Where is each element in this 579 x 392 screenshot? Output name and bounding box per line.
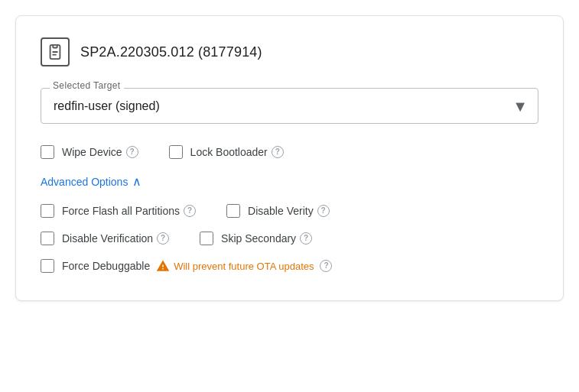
advanced-row-3: Force Debuggable Will prevent future OTA…: [41, 259, 538, 273]
advanced-options-toggle[interactable]: Advanced Options ∧: [41, 174, 538, 189]
disable-verity-label[interactable]: Disable Verity ?: [248, 205, 330, 217]
wipe-device-help-icon[interactable]: ?: [126, 146, 138, 158]
target-select-container: Selected Target redfin-user (signed) red…: [41, 88, 538, 124]
advanced-options-chevron: ∧: [132, 174, 141, 189]
header: SP2A.220305.012 (8177914): [41, 37, 538, 66]
disable-verification-checkbox[interactable]: [41, 232, 54, 245]
force-debuggable-help-icon[interactable]: ?: [320, 260, 332, 272]
main-checkboxes-row: Wipe Device ? Lock Bootloader ?: [41, 145, 538, 159]
disable-verification-help-icon[interactable]: ?: [157, 232, 169, 245]
force-flash-label[interactable]: Force Flash all Partitions ?: [62, 205, 196, 217]
disable-verity-checkbox[interactable]: [226, 204, 240, 218]
force-debuggable-label[interactable]: Force Debuggable Will prevent future OTA…: [62, 259, 332, 273]
svg-rect-0: [53, 45, 57, 48]
force-flash-help-icon[interactable]: ?: [184, 205, 196, 217]
disable-verification-label[interactable]: Disable Verification ?: [62, 232, 169, 245]
target-select[interactable]: redfin-user (signed) redfin-userdebug (s…: [41, 88, 538, 124]
skip-secondary-label[interactable]: Skip Secondary ?: [221, 232, 312, 245]
clipboard-icon: [41, 37, 70, 66]
ota-warning: Will prevent future OTA updates: [156, 259, 314, 273]
page-title: SP2A.220305.012 (8177914): [80, 44, 262, 60]
advanced-row-2: Disable Verification ? Skip Secondary ?: [41, 232, 538, 245]
disable-verification-checkbox-item: Disable Verification ?: [41, 232, 169, 245]
advanced-options-section: Force Flash all Partitions ? Disable Ver…: [41, 204, 538, 273]
lock-bootloader-help-icon[interactable]: ?: [272, 146, 284, 158]
force-flash-checkbox-item: Force Flash all Partitions ?: [41, 204, 196, 218]
wipe-device-label[interactable]: Wipe Device ?: [62, 146, 138, 158]
main-card: SP2A.220305.012 (8177914) Selected Targe…: [15, 15, 564, 301]
ota-warning-text: Will prevent future OTA updates: [174, 261, 314, 272]
force-flash-checkbox[interactable]: [41, 204, 54, 218]
force-debuggable-checkbox[interactable]: [41, 259, 54, 273]
lock-bootloader-checkbox-item: Lock Bootloader ?: [169, 145, 284, 159]
lock-bootloader-checkbox[interactable]: [169, 145, 183, 159]
advanced-options-label: Advanced Options: [41, 176, 128, 188]
lock-bootloader-label[interactable]: Lock Bootloader ?: [190, 146, 284, 158]
skip-secondary-help-icon[interactable]: ?: [300, 232, 312, 245]
warning-triangle-icon: [156, 259, 170, 273]
wipe-device-checkbox-item: Wipe Device ?: [41, 145, 138, 159]
skip-secondary-checkbox-item: Skip Secondary ?: [200, 232, 312, 245]
disable-verity-checkbox-item: Disable Verity ?: [226, 204, 330, 218]
advanced-row-1: Force Flash all Partitions ? Disable Ver…: [41, 204, 538, 218]
wipe-device-checkbox[interactable]: [41, 145, 54, 159]
select-label: Selected Target: [50, 80, 124, 91]
disable-verity-help-icon[interactable]: ?: [317, 205, 330, 217]
skip-secondary-checkbox[interactable]: [200, 232, 213, 245]
force-debuggable-checkbox-item: Force Debuggable Will prevent future OTA…: [41, 259, 332, 273]
